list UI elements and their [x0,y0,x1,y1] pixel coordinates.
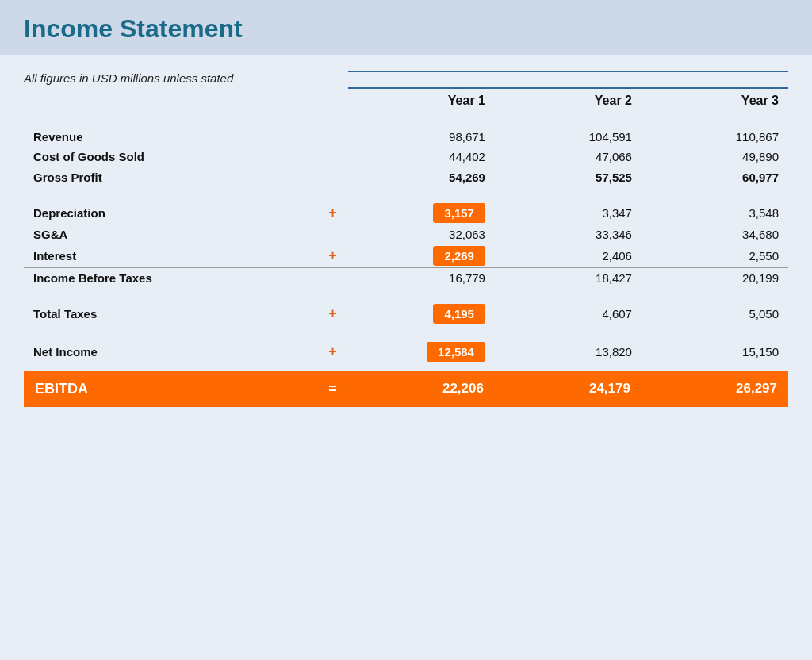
income-before-taxes-y3: 20,199 [642,268,788,289]
sga-y1: 32,063 [348,224,495,244]
interest-y1: 2,269 [348,244,495,268]
revenue-label: Revenue [24,127,317,147]
income-before-taxes-y2: 18,427 [495,268,642,289]
interest-row: Interest + 2,269 2,406 2,550 [24,244,788,268]
depreciation-row: Depreciation + 3,157 3,347 3,548 [24,201,788,224]
total-taxes-plus: + [317,302,348,325]
revenue-y1: 98,671 [348,127,495,147]
ebitda-row: EBITDA = 22,206 24,179 26,297 [24,371,788,407]
year2-header: Year 2 [495,88,642,113]
gross-profit-y1: 54,269 [348,167,495,188]
net-income-row: Net Income + 12,584 13,820 15,150 [24,340,788,363]
year1-header: Year 1 [348,88,495,113]
page-title: Income Statement [24,14,788,44]
ebitda-label: EBITDA [24,371,317,407]
sga-y3: 34,680 [642,224,788,244]
total-taxes-y1: 4,195 [348,302,495,325]
net-income-y1: 12,584 [348,340,495,363]
gross-profit-y3: 60,977 [642,167,788,188]
sga-label: SG&A [24,224,317,244]
depreciation-plus: + [317,201,348,224]
depreciation-y1: 3,157 [348,201,495,224]
column-headers-row: Year 1 Year 2 Year 3 [24,88,788,113]
ebitda-y1: 22,206 [348,371,495,407]
revenue-y3: 110,867 [642,127,788,147]
ebitda-equals: = [317,371,348,407]
net-income-y2: 13,820 [495,340,642,363]
interest-y2: 2,406 [495,244,642,268]
sga-row: SG&A 32,063 33,346 34,680 [24,224,788,244]
net-income-y3: 15,150 [642,340,788,363]
cogs-y3: 49,890 [642,147,788,167]
gross-profit-label: Gross Profit [24,167,317,188]
cogs-y2: 47,066 [495,147,642,167]
cogs-row: Cost of Goods Sold 44,402 47,066 49,890 [24,147,788,167]
total-taxes-y3: 5,050 [642,302,788,325]
spacer-1 [24,113,788,127]
subtitle-text: All figures in USD millions unless state… [24,71,317,88]
gross-profit-row: Gross Profit 54,269 57,525 60,977 [24,167,788,188]
spacer-5 [24,363,788,371]
ebitda-y2: 24,179 [495,371,642,407]
sga-y2: 33,346 [495,224,642,244]
interest-y3: 2,550 [642,244,788,268]
title-bar: Income Statement [0,0,812,55]
revenue-row: Revenue 98,671 104,591 110,867 [24,127,788,147]
spacer-4 [24,325,788,340]
revenue-y2: 104,591 [495,127,642,147]
spacer-2 [24,187,788,201]
gross-profit-y2: 57,525 [495,167,642,188]
total-taxes-row: Total Taxes + 4,195 4,607 5,050 [24,302,788,325]
total-taxes-y2: 4,607 [495,302,642,325]
income-before-taxes-y1: 16,779 [348,268,495,289]
cogs-label: Cost of Goods Sold [24,147,317,167]
income-before-taxes-row: Income Before Taxes 16,779 18,427 20,199 [24,268,788,289]
year3-header: Year 3 [642,88,788,113]
total-taxes-label: Total Taxes [24,302,317,325]
interest-plus: + [317,244,348,268]
income-statement-table: All figures in USD millions unless state… [24,71,788,407]
income-before-taxes-label: Income Before Taxes [24,268,317,289]
net-income-plus: + [317,340,348,363]
ebitda-y3: 26,297 [642,371,788,407]
depreciation-label: Depreciation [24,201,317,224]
spacer-3 [24,288,788,302]
net-income-label: Net Income [24,340,317,363]
depreciation-y2: 3,347 [495,201,642,224]
depreciation-y3: 3,548 [642,201,788,224]
table-section: All figures in USD millions unless state… [0,55,812,431]
cogs-y1: 44,402 [348,147,495,167]
header-group-row: All figures in USD millions unless state… [24,71,788,88]
page-wrapper: Income Statement All figures in USD mill… [0,0,812,660]
interest-label: Interest [24,244,317,268]
